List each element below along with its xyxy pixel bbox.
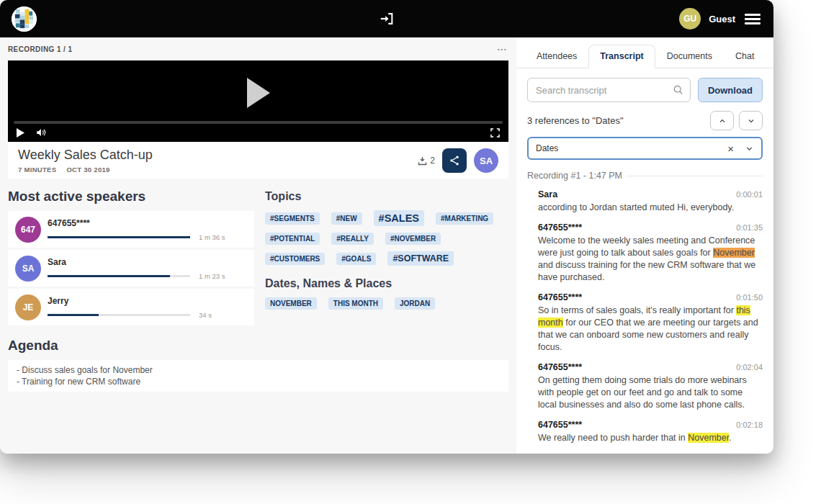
- tab-chat[interactable]: Chat: [724, 45, 766, 68]
- topic-tag[interactable]: #REALLY: [331, 233, 374, 245]
- date-name-place-tag[interactable]: NOVEMBER: [265, 297, 317, 310]
- speaker-row[interactable]: JE Jerry 34 s: [8, 289, 254, 325]
- logo-mosaic-icon: [12, 6, 37, 32]
- topic-tag[interactable]: #MARKETING: [436, 212, 493, 225]
- speakers-heading: Most active speakers: [8, 189, 254, 204]
- sign-in-icon: [379, 11, 395, 27]
- topic-tag[interactable]: #CUSTOMERS: [265, 253, 325, 265]
- speaker-talk-bar-fill: [48, 236, 190, 238]
- recording-counter: RECORDING 1 / 1: [8, 45, 72, 53]
- entry-timestamp[interactable]: 0:02:04: [736, 363, 763, 372]
- speaker-row[interactable]: 647 647655**** 1 m 36 s: [8, 211, 254, 248]
- speaker-name: 647655****: [48, 218, 247, 228]
- references-count-text: 3 references to "Dates": [527, 115, 705, 126]
- hamburger-icon: [745, 14, 761, 16]
- speaker-talk-time: 1 m 23 s: [199, 272, 225, 280]
- transcript-entry[interactable]: Sara 0:00:01 according to Jordan started…: [538, 189, 763, 214]
- topic-tag[interactable]: #SOFTWARE: [387, 251, 454, 266]
- topic-tag[interactable]: #GOALS: [336, 253, 376, 265]
- download-count: 2: [430, 156, 435, 166]
- download-icon: [417, 156, 428, 166]
- menu-button[interactable]: [743, 10, 762, 28]
- chevron-down-icon[interactable]: [745, 144, 754, 153]
- transcript-entry[interactable]: 647655**** 0:02:18 We really need to pus…: [538, 420, 763, 444]
- speaker-name: Jerry: [48, 296, 247, 306]
- download-transcript-button[interactable]: Download: [698, 78, 763, 102]
- transcript-entry[interactable]: 647655**** 0:01:50 So in terms of sales …: [538, 292, 763, 354]
- speaker-name: Sara: [48, 257, 247, 267]
- tab-bar: Attendees Transcript Documents Chat: [516, 37, 773, 68]
- entry-speaker: 647655****: [538, 420, 582, 430]
- transcript-text-segment: On getting them doing some trials do mor…: [538, 375, 747, 410]
- tab-label: Transcript: [600, 51, 643, 61]
- search-icon[interactable]: [673, 84, 684, 96]
- transcript-entries: Sara 0:00:01 according to Jordan started…: [527, 189, 763, 444]
- volume-button[interactable]: [36, 127, 47, 138]
- transcript-text-segment: So in terms of sales goals, it's really …: [538, 305, 736, 315]
- agenda-item: - Discuss sales goals for November: [17, 364, 500, 376]
- speaker-talk-bar: [48, 275, 190, 277]
- previous-reference-button[interactable]: [710, 111, 734, 130]
- download-recording-button[interactable]: 2: [417, 156, 435, 166]
- entry-timestamp[interactable]: 0:02:18: [736, 420, 763, 429]
- transcript-text-segment: according to Jordan started muted Hi, ev…: [538, 202, 734, 212]
- filter-selected-value: Dates: [536, 143, 727, 153]
- topics-heading: Topics: [265, 190, 508, 203]
- topic-tag[interactable]: #SEGMENTS: [265, 212, 320, 225]
- entry-speaker: Sara: [538, 189, 557, 199]
- top-bar: GU Guest: [0, 0, 773, 37]
- transcript-entry[interactable]: 647655**** 0:02:04 On getting them doing…: [538, 362, 763, 411]
- date-name-place-tag[interactable]: THIS MONTH: [328, 297, 383, 310]
- fullscreen-button[interactable]: [490, 128, 500, 138]
- user-avatar[interactable]: GU: [679, 8, 701, 30]
- app-window: GU Guest RECORDING 1 / 1 ⋯: [0, 0, 773, 454]
- entry-text: We really need to push harder that in No…: [538, 432, 763, 444]
- app-logo[interactable]: [12, 6, 37, 32]
- date-name-place-tag[interactable]: JORDAN: [395, 297, 435, 310]
- entry-timestamp[interactable]: 0:01:50: [736, 293, 763, 302]
- transcript-entry[interactable]: 647655**** 0:01:35 Welcome to the weekly…: [538, 222, 763, 284]
- entry-text: On getting them doing some trials do mor…: [538, 374, 763, 411]
- entry-timestamp[interactable]: 0:01:35: [736, 223, 763, 232]
- sign-in-button[interactable]: [379, 11, 395, 27]
- recording-section-header: Recording #1 - 1:47 PM: [527, 171, 622, 181]
- speaker-talk-bar-fill: [48, 275, 170, 277]
- share-button[interactable]: [442, 148, 467, 173]
- speaker-avatar: 647: [15, 217, 41, 243]
- highlighted-term-active: November: [713, 248, 755, 258]
- agenda-box: - Discuss sales goals for November- Trai…: [8, 360, 508, 392]
- play-button[interactable]: [17, 128, 24, 138]
- topic-tag[interactable]: #POTENTIAL: [265, 233, 320, 245]
- speaker-avatar: SA: [15, 256, 41, 282]
- big-play-button[interactable]: [246, 77, 272, 112]
- recording-panel: RECORDING 1 / 1 ⋯: [0, 37, 516, 454]
- speaker-talk-bar: [48, 236, 190, 238]
- side-panel: Attendees Transcript Documents Chat: [516, 37, 773, 454]
- topic-tag[interactable]: #SALES: [374, 210, 424, 226]
- topic-tag[interactable]: #NOVEMBER: [385, 233, 441, 245]
- more-options-button[interactable]: ⋯: [495, 45, 508, 53]
- tab-label: Documents: [667, 51, 712, 61]
- recording-duration: 7 MINUTES: [18, 166, 56, 174]
- entry-speaker: 647655****: [538, 292, 582, 302]
- video-progress-bar[interactable]: [14, 121, 503, 124]
- search-input[interactable]: [527, 78, 691, 102]
- speaker-talk-time: 34 s: [199, 311, 212, 319]
- recording-title-card: Weekly Sales Catch-up 7 MINUTES OCT 30 2…: [8, 143, 508, 179]
- highlighted-term: November: [688, 433, 729, 443]
- chevron-up-icon: [718, 117, 727, 125]
- tab-documents[interactable]: Documents: [655, 45, 724, 68]
- next-reference-button[interactable]: [739, 111, 763, 130]
- entry-timestamp[interactable]: 0:00:01: [736, 190, 763, 199]
- topic-tag[interactable]: #NEW: [331, 212, 362, 225]
- entry-text: So in terms of sales goals, it's really …: [538, 305, 763, 354]
- reference-filter-select[interactable]: Dates ×: [527, 137, 763, 160]
- owner-avatar[interactable]: SA: [474, 148, 498, 173]
- user-name: Guest: [709, 14, 735, 24]
- speaker-row[interactable]: SA Sara 1 m 23 s: [8, 250, 254, 287]
- tab-transcript[interactable]: Transcript: [588, 45, 655, 68]
- entry-speaker: 647655****: [538, 362, 582, 372]
- tab-attendees[interactable]: Attendees: [525, 45, 588, 68]
- transcript-text-segment: We really need to push harder that in: [538, 433, 688, 443]
- clear-filter-icon[interactable]: ×: [727, 143, 734, 154]
